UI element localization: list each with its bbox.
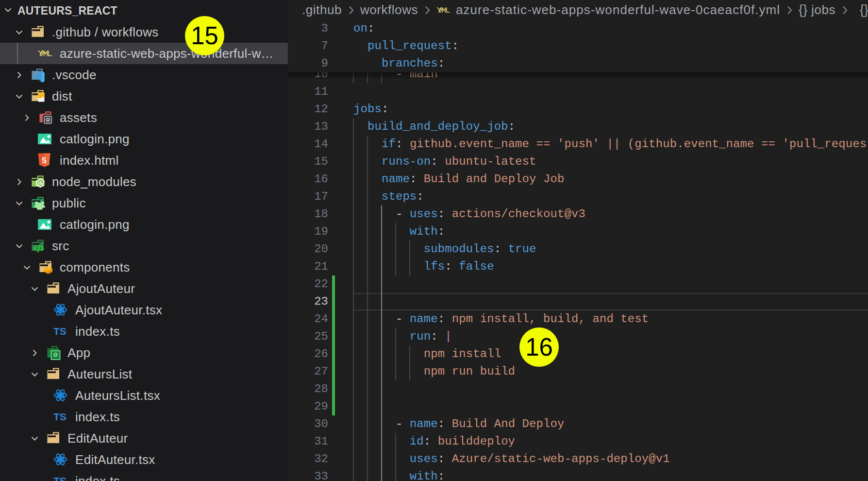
svg-text:js: js xyxy=(38,180,43,186)
svg-text:TS: TS xyxy=(53,476,67,481)
svg-text:TS: TS xyxy=(53,326,67,337)
svg-text:TS: TS xyxy=(53,412,67,422)
svg-text:5: 5 xyxy=(42,156,46,165)
